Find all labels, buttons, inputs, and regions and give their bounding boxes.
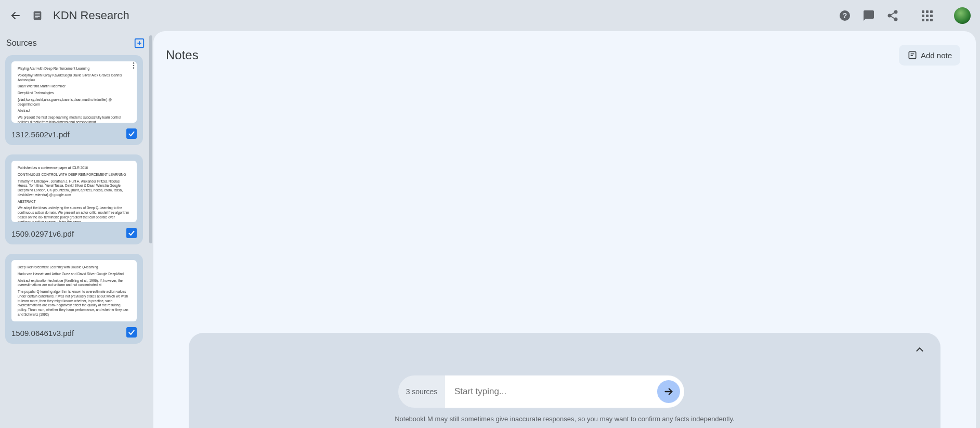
source-count-label: 3 sources — [406, 387, 438, 396]
check-icon — [127, 129, 136, 138]
svg-point-15 — [133, 62, 135, 64]
chevron-up-icon — [914, 344, 925, 355]
back-button[interactable] — [9, 9, 22, 22]
share-button[interactable] — [886, 9, 899, 22]
help-button[interactable]: ? — [839, 9, 851, 22]
add-note-label: Add note — [921, 51, 952, 60]
page-title: KDN Research — [53, 9, 129, 22]
source-filename: 1509.02971v6.pdf — [11, 229, 137, 238]
more-vert-icon — [129, 61, 138, 70]
source-more-button[interactable] — [128, 60, 139, 71]
arrow-right-icon — [663, 386, 674, 397]
notebook-icon — [31, 9, 44, 22]
source-filename: 1509.06461v3.pdf — [11, 329, 137, 338]
check-icon — [127, 328, 136, 336]
plus-box-icon — [134, 37, 145, 49]
chat-bar: 3 sources NotebookLM may still sometimes… — [189, 333, 940, 428]
svg-line-10 — [891, 12, 895, 15]
arrow-back-icon — [9, 9, 22, 22]
help-icon: ? — [839, 9, 851, 22]
source-card[interactable]: Published as a conference paper at ICLR … — [5, 154, 143, 244]
source-checkbox[interactable] — [126, 228, 137, 238]
add-note-button[interactable]: Add note — [899, 45, 960, 66]
chat-icon — [863, 9, 875, 22]
svg-rect-2 — [35, 15, 40, 15]
svg-rect-0 — [34, 11, 42, 20]
svg-rect-3 — [35, 16, 40, 17]
check-icon — [127, 229, 136, 237]
notes-heading: Notes — [166, 48, 199, 62]
sidebar: Sources Playing Atari with Deep Reinforc… — [0, 31, 153, 428]
source-thumbnail: Playing Atari with Deep Reinforcement Le… — [11, 61, 137, 123]
apps-grid-icon — [922, 10, 933, 21]
apps-button[interactable] — [921, 9, 933, 22]
note-add-icon — [907, 50, 918, 60]
chat-input-container: 3 sources — [445, 375, 684, 408]
source-filename: 1312.5602v1.pdf — [11, 130, 137, 139]
sources-heading: Sources — [6, 38, 37, 48]
source-checkbox[interactable] — [126, 327, 137, 338]
main-panel: Notes Add note 3 sources — [153, 31, 976, 428]
svg-point-16 — [133, 65, 135, 67]
send-button[interactable] — [657, 380, 680, 403]
chat-input[interactable] — [454, 386, 657, 397]
avatar[interactable] — [954, 7, 971, 24]
disclaimer-text: NotebookLM may still sometimes give inac… — [202, 415, 927, 423]
source-thumbnail: Published as a conference paper at ICLR … — [11, 161, 137, 222]
svg-text:?: ? — [843, 11, 847, 20]
add-source-button[interactable] — [134, 37, 145, 49]
source-card[interactable]: Playing Atari with Deep Reinforcement Le… — [5, 55, 143, 145]
svg-rect-4 — [35, 18, 38, 18]
source-thumbnail: Deep Reinforcement Learning with Double … — [11, 260, 137, 321]
svg-point-17 — [133, 67, 135, 69]
top-bar: KDN Research ? — [0, 0, 980, 31]
svg-line-11 — [891, 16, 895, 19]
feedback-button[interactable] — [863, 9, 875, 22]
sidebar-scrollbar[interactable] — [149, 35, 152, 243]
share-icon — [886, 9, 899, 22]
source-checkbox[interactable] — [126, 128, 137, 139]
svg-rect-1 — [35, 13, 40, 14]
source-card[interactable]: Deep Reinforcement Learning with Double … — [5, 254, 143, 344]
expand-chat-button[interactable] — [912, 342, 927, 357]
